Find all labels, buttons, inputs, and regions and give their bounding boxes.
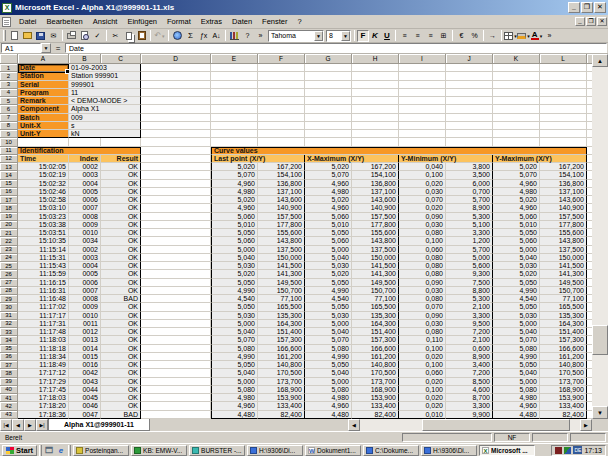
value-cell[interactable]: 150,700 [352, 287, 399, 295]
sheet-tab[interactable]: Alpha X1@999901-11 [48, 419, 150, 431]
value-cell[interactable]: 4,480 [211, 411, 258, 419]
value-cell[interactable]: 5,060 [493, 237, 540, 245]
value-cell[interactable]: 165,500 [258, 303, 305, 311]
result-cell[interactable]: OK [101, 229, 141, 237]
value-cell[interactable]: 4,990 [493, 287, 540, 295]
value-cell[interactable]: 5,060 [305, 213, 352, 221]
time-cell[interactable]: 11:16:15 [18, 279, 69, 287]
index-cell[interactable]: 0013 [69, 336, 101, 344]
time-cell[interactable]: 15:03:10 [18, 204, 69, 212]
info-value-cell[interactable]: < DEMO-MODE > [69, 97, 141, 105]
cell[interactable] [18, 138, 69, 146]
cell[interactable] [141, 213, 211, 221]
result-cell[interactable]: OK [101, 188, 141, 196]
value-cell[interactable]: 5,700 [446, 246, 493, 254]
info-label-cell[interactable]: Station [18, 72, 69, 80]
value-cell[interactable]: 4,980 [211, 188, 258, 196]
value-cell[interactable]: 141,500 [540, 262, 587, 270]
cell[interactable] [141, 295, 211, 303]
row-header-27[interactable]: 27 [0, 279, 18, 287]
cell[interactable] [540, 130, 587, 138]
value-cell[interactable]: 140,800 [258, 361, 305, 369]
value-cell[interactable]: 137,100 [352, 188, 399, 196]
cell[interactable] [305, 97, 352, 105]
result-cell[interactable]: OK [101, 196, 141, 204]
value-cell[interactable]: 3,300 [446, 402, 493, 410]
time-cell[interactable]: 17:17:29 [18, 378, 69, 386]
task-button[interactable]: XMicrosoft ... [479, 445, 535, 456]
value-cell[interactable]: 136,800 [540, 180, 587, 188]
result-cell[interactable]: OK [101, 361, 141, 369]
value-cell[interactable]: 164,300 [258, 320, 305, 328]
cell[interactable] [141, 369, 211, 377]
value-cell[interactable]: 149,500 [352, 279, 399, 287]
cell[interactable] [352, 72, 399, 80]
cell[interactable] [540, 72, 587, 80]
row-header-16[interactable]: 16 [0, 188, 18, 196]
value-cell[interactable]: 135,300 [352, 312, 399, 320]
bold-button[interactable]: F [357, 30, 369, 42]
value-cell[interactable]: 5,010 [493, 221, 540, 229]
task-button[interactable]: WDokument1... [305, 445, 361, 456]
row-header-33[interactable]: 33 [0, 328, 18, 336]
time-cell[interactable]: 17:18:36 [18, 411, 69, 419]
cell[interactable] [211, 89, 258, 97]
cell[interactable] [305, 130, 352, 138]
menu-item-fenster[interactable]: Fenster [257, 16, 292, 27]
cell[interactable] [141, 262, 211, 270]
row-header-38[interactable]: 38 [0, 369, 18, 377]
value-cell[interactable]: 6,000 [446, 180, 493, 188]
cell[interactable] [141, 402, 211, 410]
value-cell[interactable]: 0,080 [399, 254, 446, 262]
row-header-10[interactable]: 10 [0, 138, 18, 146]
value-cell[interactable]: 0,020 [399, 204, 446, 212]
cell[interactable] [540, 122, 587, 130]
tab-prev-icon[interactable]: ◀ [12, 419, 24, 431]
result-cell[interactable]: OK [101, 204, 141, 212]
index-cell[interactable]: 0010 [69, 312, 101, 320]
cell[interactable] [493, 130, 540, 138]
task-button[interactable]: C:\Dokume... [363, 445, 419, 456]
row-header-32[interactable]: 32 [0, 320, 18, 328]
copy-icon[interactable] [122, 30, 135, 42]
cell[interactable] [446, 105, 493, 113]
result-column-header[interactable]: Result [101, 155, 141, 163]
menu-item-datei[interactable]: Datei [14, 16, 42, 27]
font-name-combo[interactable]: Tahoma▼ [268, 30, 324, 42]
value-cell[interactable]: 5,000 [305, 378, 352, 386]
value-cell[interactable]: 77,100 [258, 295, 305, 303]
value-cell[interactable]: 0,030 [399, 221, 446, 229]
value-cell[interactable]: 0,020 [399, 378, 446, 386]
tray-icon-2[interactable] [564, 447, 571, 454]
index-cell[interactable]: 0003 [69, 171, 101, 179]
index-cell[interactable]: 0011 [69, 320, 101, 328]
row-header-34[interactable]: 34 [0, 336, 18, 344]
cell[interactable] [446, 130, 493, 138]
value-cell[interactable]: 5,300 [446, 295, 493, 303]
value-cell[interactable]: 4,960 [305, 402, 352, 410]
row-header-11[interactable]: 11 [0, 147, 18, 155]
index-cell[interactable]: 0044 [69, 386, 101, 394]
row-header-13[interactable]: 13 [0, 163, 18, 171]
row-header-43[interactable]: 43 [0, 411, 18, 419]
cell[interactable] [141, 320, 211, 328]
cell[interactable] [540, 105, 587, 113]
curve-group-header[interactable]: X-Maximum (X/Y) [305, 155, 399, 163]
percent-icon[interactable]: % [468, 30, 481, 42]
time-cell[interactable]: 11:18:49 [18, 361, 69, 369]
scroll-up-icon[interactable]: ▲ [592, 54, 608, 67]
value-cell[interactable]: 3,300 [446, 229, 493, 237]
value-cell[interactable]: 0,080 [399, 262, 446, 270]
result-cell[interactable]: OK [101, 320, 141, 328]
value-cell[interactable]: 173,700 [540, 378, 587, 386]
value-cell[interactable]: 5,030 [211, 262, 258, 270]
value-cell[interactable]: 141,500 [258, 262, 305, 270]
value-cell[interactable]: 155,600 [540, 229, 587, 237]
value-cell[interactable]: 82,400 [540, 411, 587, 419]
result-cell[interactable]: OK [101, 279, 141, 287]
insert-hyperlink-icon[interactable] [171, 30, 184, 42]
row-header-36[interactable]: 36 [0, 353, 18, 361]
value-cell[interactable]: 3,300 [446, 312, 493, 320]
time-cell[interactable]: 15:02:46 [18, 188, 69, 196]
minimize-button[interactable]: _ [568, 2, 580, 13]
